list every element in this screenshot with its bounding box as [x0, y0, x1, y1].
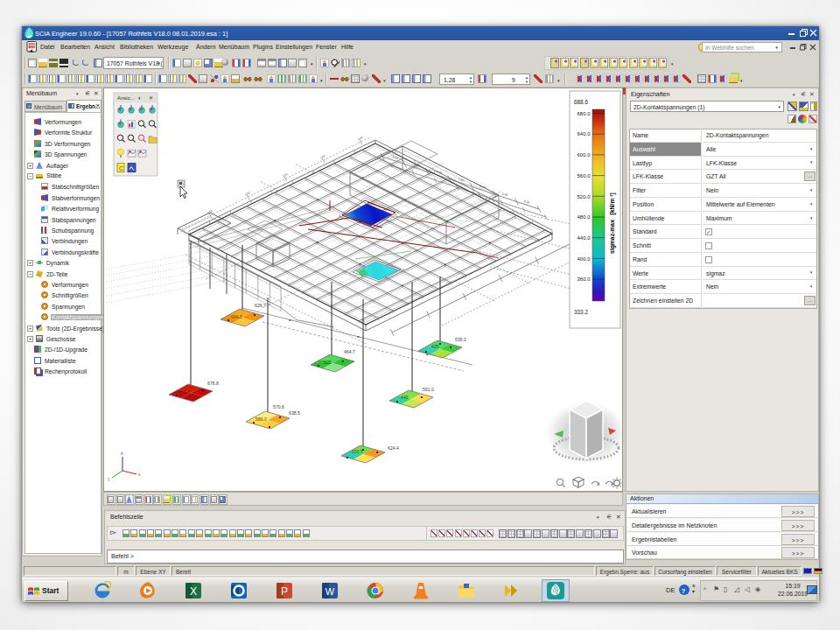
svg-text:668.6: 668.6 — [178, 389, 190, 395]
svg-text:640.0: 640.0 — [577, 131, 591, 136]
svg-text:3.00: 3.00 — [501, 192, 508, 197]
svg-text:Ansic...: Ansic... — [117, 95, 135, 101]
svg-text:624.4: 624.4 — [388, 445, 399, 451]
svg-text:y: y — [108, 476, 110, 481]
svg-text:333.2: 333.2 — [574, 309, 588, 315]
svg-text:z: z — [121, 451, 123, 456]
svg-text:626.7: 626.7 — [255, 303, 266, 308]
svg-text:400.0: 400.0 — [577, 256, 591, 262]
svg-text:P: P — [281, 585, 288, 598]
svg-text:446: 446 — [401, 395, 409, 400]
svg-text:425: 425 — [431, 344, 439, 349]
svg-text:464.7: 464.7 — [344, 349, 355, 354]
svg-text:570.6: 570.6 — [273, 404, 284, 410]
svg-text:3.50: 3.50 — [357, 136, 364, 142]
svg-text:561.0: 561.0 — [423, 387, 434, 392]
svg-text:520.0: 520.0 — [577, 194, 591, 200]
svg-text:586.0: 586.0 — [256, 416, 267, 422]
svg-text:680.0: 680.0 — [577, 111, 591, 116]
svg-text:✕: ✕ — [149, 95, 153, 101]
svg-text:sigmaz-max [kN/m ²]: sigmaz-max [kN/m ²] — [609, 192, 616, 254]
svg-text:688.6: 688.6 — [574, 99, 588, 105]
svg-text:440.0: 440.0 — [577, 235, 591, 241]
svg-text:3.50: 3.50 — [282, 172, 289, 178]
svg-text:634.5: 634.5 — [231, 314, 242, 319]
svg-text:505: 505 — [324, 360, 332, 365]
svg-text:560.0: 560.0 — [577, 173, 591, 178]
svg-text:480.0: 480.0 — [577, 214, 591, 220]
svg-text:3.50: 3.50 — [319, 154, 326, 160]
svg-text:3.50: 3.50 — [244, 191, 251, 197]
svg-text:W: W — [326, 586, 335, 597]
svg-text:C: C — [119, 165, 123, 172]
svg-text:638.5: 638.5 — [289, 410, 300, 416]
svg-text:676.8: 676.8 — [207, 381, 219, 386]
svg-text:4.36: 4.36 — [523, 200, 530, 205]
svg-text:656.5: 656.5 — [352, 449, 363, 454]
svg-text:x: x — [138, 472, 141, 477]
svg-text:360.0: 360.0 — [577, 276, 591, 282]
svg-text:X: X — [190, 585, 197, 598]
svg-text:600.0: 600.0 — [577, 152, 591, 158]
svg-text:535.2: 535.2 — [455, 337, 466, 342]
